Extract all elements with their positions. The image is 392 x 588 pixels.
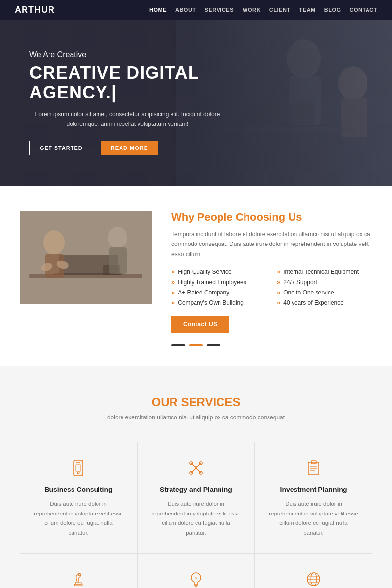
svg-rect-17 [109,247,127,274]
nav-client[interactable]: CLIENT [270,7,291,13]
service-text-1: Duis aute irure dolor in reprehenderit i… [34,499,123,538]
feature-rated-company: A+ Rated Company [172,289,267,296]
svg-point-20 [77,472,79,474]
nav-work[interactable]: WORK [243,7,261,13]
why-inner: Why People Choosing Us Tempora incidunt … [20,211,372,333]
svg-point-35 [78,574,80,576]
svg-point-16 [108,227,127,248]
nav-contact[interactable]: CONTACT [350,7,377,13]
hero-content: We Are Creative CREATIVE DIGITAL AGENCY.… [0,50,255,155]
service-text-2: Duis aute irure dolor in reprehenderit i… [151,499,241,538]
nav-blog[interactable]: BLOG [324,7,341,13]
nav-home[interactable]: HOME [149,7,167,13]
feature-trained-employees: Highly Trained Employees [172,278,267,286]
service-risk: Risk Management Duis aute irure dolor in… [255,553,372,588]
service-title-1: Business Consulting [34,486,123,493]
services-description: dolore exercitation ullamco nisi ut aliq… [20,413,372,422]
hero-description: Lorem ipsum dolor sit amet, consectetur … [29,110,225,128]
feature-247-support: 24/7 Support [277,278,372,286]
dot-1[interactable] [172,344,185,346]
feature-own-building: Company's Own Building [172,299,267,306]
service-market-research: Market Research Duis aute irure dolor in… [137,553,255,588]
tools-icon [151,457,241,479]
why-heading: Why People Choosing Us [172,211,372,223]
services-grid: Business Consulting Duis aute irure dolo… [20,442,372,588]
carousel-dots [20,344,372,346]
service-investment: Investment Planning Duis aute irure dolo… [255,442,372,553]
hero-title: CREATIVE DIGITAL AGENCY.| [29,63,225,102]
why-section: Why People Choosing Us Tempora incidunt … [0,186,392,366]
feature-one-to-one: One to One service [277,289,372,296]
why-description: Tempora incidunt ut labore et dolore exe… [172,229,372,259]
services-heading: OUR SERVICES [20,395,372,409]
bulb-icon [151,568,241,588]
contact-us-button[interactable]: Contact US [172,316,229,333]
service-title-3: Investment Planning [269,486,358,493]
hero-subtitle: We Are Creative [29,50,225,59]
svg-rect-21 [76,465,81,471]
navbar: ARTHUR HOME ABOUT SERVICES WORK CLIENT T… [0,0,392,20]
service-strategy: Strategy and Planning Duis aute irure do… [137,442,255,553]
globe-icon [269,568,358,588]
clipboard-icon [269,457,358,479]
why-content: Why People Choosing Us Tempora incidunt … [172,211,372,333]
nav-links: HOME ABOUT SERVICES WORK CLIENT TEAM BLO… [149,7,377,13]
service-financial: Financial Analysis Duis aute irure dolor… [20,553,137,588]
feature-40-years: 40 years of Experience [277,299,372,306]
get-started-button[interactable]: GET STARTED [29,141,93,155]
dot-2[interactable] [189,344,203,346]
brand-logo: ARTHUR [15,5,55,15]
why-features: High-Quality Service Internal Technical … [172,268,372,306]
service-text-3: Duis aute irure dolor in reprehenderit i… [269,499,358,538]
hero-section: We Are Creative CREATIVE DIGITAL AGENCY.… [0,20,392,186]
dot-3[interactable] [207,344,220,346]
nav-about[interactable]: ABOUT [175,7,196,13]
why-image-bg [20,211,152,304]
svg-rect-28 [308,462,319,475]
feature-high-quality: High-Quality Service [172,268,267,275]
mobile-icon [34,457,123,479]
service-business-consulting: Business Consulting Duis aute irure dolo… [20,442,137,553]
nav-team[interactable]: TEAM [299,7,316,13]
service-title-2: Strategy and Planning [151,486,241,493]
read-more-button[interactable]: READ MORE [101,141,158,155]
hero-buttons: GET STARTED READ MORE [29,141,225,155]
why-image [20,211,152,304]
chess-icon [34,568,123,588]
nav-services[interactable]: SERVICES [205,7,234,13]
svg-point-12 [43,230,65,255]
feature-internal-tech: Internal Technical Equipment [277,268,372,275]
services-section: OUR SERVICES dolore exercitation ullamco… [0,366,392,588]
